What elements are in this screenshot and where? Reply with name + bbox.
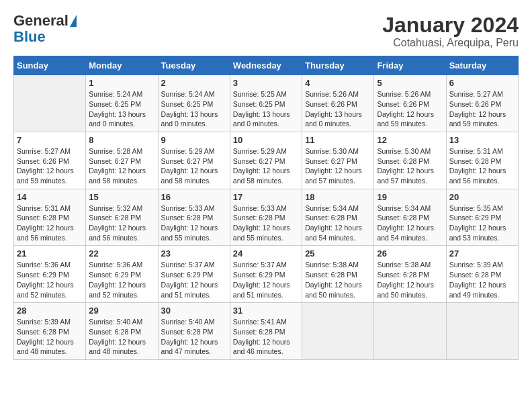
day-number: 11 xyxy=(305,135,371,145)
day-number: 1 xyxy=(89,78,154,88)
calendar-cell: 5Sunrise: 5:26 AM Sunset: 6:26 PM Daylig… xyxy=(374,75,446,132)
calendar-cell xyxy=(14,75,86,132)
day-number: 5 xyxy=(377,78,443,88)
day-number: 24 xyxy=(233,248,299,259)
day-number: 30 xyxy=(161,306,227,316)
day-number: 27 xyxy=(449,248,515,259)
logo-blue-text: Blue xyxy=(13,28,46,46)
calendar-header-row: SundayMondayTuesdayWednesdayThursdayFrid… xyxy=(14,56,519,75)
calendar-cell: 21Sunrise: 5:36 AM Sunset: 6:29 PM Dayli… xyxy=(14,246,86,303)
calendar-cell: 8Sunrise: 5:28 AM Sunset: 6:27 PM Daylig… xyxy=(86,132,158,189)
day-number: 13 xyxy=(449,135,515,145)
day-number: 17 xyxy=(233,192,299,202)
day-number: 25 xyxy=(305,248,371,259)
day-number: 8 xyxy=(89,135,154,145)
day-number: 20 xyxy=(449,192,515,202)
day-number: 28 xyxy=(17,306,83,316)
day-number: 4 xyxy=(305,78,371,88)
calendar-cell: 14Sunrise: 5:31 AM Sunset: 6:28 PM Dayli… xyxy=(14,189,86,246)
calendar-cell: 2Sunrise: 5:24 AM Sunset: 6:25 PM Daylig… xyxy=(158,75,230,132)
calendar-cell: 30Sunrise: 5:40 AM Sunset: 6:28 PM Dayli… xyxy=(158,303,230,360)
calendar-cell: 9Sunrise: 5:29 AM Sunset: 6:27 PM Daylig… xyxy=(158,132,230,189)
day-number: 21 xyxy=(17,248,83,259)
day-number: 31 xyxy=(233,306,299,316)
day-info: Sunrise: 5:33 AM Sunset: 6:28 PM Dayligh… xyxy=(161,203,227,243)
day-info: Sunrise: 5:30 AM Sunset: 6:27 PM Dayligh… xyxy=(305,146,371,186)
calendar-cell: 3Sunrise: 5:25 AM Sunset: 6:25 PM Daylig… xyxy=(230,75,302,132)
day-info: Sunrise: 5:37 AM Sunset: 6:29 PM Dayligh… xyxy=(233,260,299,300)
day-info: Sunrise: 5:30 AM Sunset: 6:28 PM Dayligh… xyxy=(377,146,443,186)
calendar-week-row: 7Sunrise: 5:27 AM Sunset: 6:26 PM Daylig… xyxy=(14,132,519,189)
day-number: 9 xyxy=(161,135,227,145)
calendar-cell: 31Sunrise: 5:41 AM Sunset: 6:28 PM Dayli… xyxy=(230,303,302,360)
calendar-week-row: 14Sunrise: 5:31 AM Sunset: 6:28 PM Dayli… xyxy=(14,189,519,246)
day-info: Sunrise: 5:24 AM Sunset: 6:25 PM Dayligh… xyxy=(161,89,227,129)
day-info: Sunrise: 5:36 AM Sunset: 6:29 PM Dayligh… xyxy=(17,260,83,300)
day-info: Sunrise: 5:29 AM Sunset: 6:27 PM Dayligh… xyxy=(161,146,227,186)
day-info: Sunrise: 5:35 AM Sunset: 6:29 PM Dayligh… xyxy=(449,203,515,243)
calendar-cell: 27Sunrise: 5:39 AM Sunset: 6:28 PM Dayli… xyxy=(446,246,518,303)
day-info: Sunrise: 5:36 AM Sunset: 6:29 PM Dayligh… xyxy=(89,260,154,300)
day-info: Sunrise: 5:25 AM Sunset: 6:25 PM Dayligh… xyxy=(233,89,299,129)
column-header-wednesday: Wednesday xyxy=(230,56,302,75)
calendar-week-row: 21Sunrise: 5:36 AM Sunset: 6:29 PM Dayli… xyxy=(14,246,519,303)
calendar-cell: 29Sunrise: 5:40 AM Sunset: 6:28 PM Dayli… xyxy=(86,303,158,360)
calendar-cell xyxy=(374,303,446,360)
calendar-cell: 10Sunrise: 5:29 AM Sunset: 6:27 PM Dayli… xyxy=(230,132,302,189)
day-info: Sunrise: 5:40 AM Sunset: 6:28 PM Dayligh… xyxy=(161,317,227,357)
calendar-cell: 1Sunrise: 5:24 AM Sunset: 6:25 PM Daylig… xyxy=(86,75,158,132)
day-number: 29 xyxy=(89,306,154,316)
calendar-cell xyxy=(446,303,518,360)
column-header-tuesday: Tuesday xyxy=(158,56,230,75)
day-info: Sunrise: 5:24 AM Sunset: 6:25 PM Dayligh… xyxy=(89,89,154,129)
day-info: Sunrise: 5:27 AM Sunset: 6:26 PM Dayligh… xyxy=(17,146,83,186)
calendar-cell: 11Sunrise: 5:30 AM Sunset: 6:27 PM Dayli… xyxy=(302,132,374,189)
calendar-cell: 26Sunrise: 5:38 AM Sunset: 6:28 PM Dayli… xyxy=(374,246,446,303)
calendar-week-row: 1Sunrise: 5:24 AM Sunset: 6:25 PM Daylig… xyxy=(14,75,519,132)
calendar-cell: 16Sunrise: 5:33 AM Sunset: 6:28 PM Dayli… xyxy=(158,189,230,246)
column-header-thursday: Thursday xyxy=(302,56,374,75)
calendar-cell: 23Sunrise: 5:37 AM Sunset: 6:29 PM Dayli… xyxy=(158,246,230,303)
day-info: Sunrise: 5:38 AM Sunset: 6:28 PM Dayligh… xyxy=(377,260,443,300)
calendar-cell: 15Sunrise: 5:32 AM Sunset: 6:28 PM Dayli… xyxy=(86,189,158,246)
day-info: Sunrise: 5:34 AM Sunset: 6:28 PM Dayligh… xyxy=(305,203,371,243)
calendar-cell: 6Sunrise: 5:27 AM Sunset: 6:26 PM Daylig… xyxy=(446,75,518,132)
day-number: 15 xyxy=(89,192,154,202)
calendar-cell: 24Sunrise: 5:37 AM Sunset: 6:29 PM Dayli… xyxy=(230,246,302,303)
day-info: Sunrise: 5:33 AM Sunset: 6:28 PM Dayligh… xyxy=(233,203,299,243)
day-number: 14 xyxy=(17,192,83,202)
day-info: Sunrise: 5:31 AM Sunset: 6:28 PM Dayligh… xyxy=(17,203,83,243)
day-number: 18 xyxy=(305,192,371,202)
day-info: Sunrise: 5:39 AM Sunset: 6:28 PM Dayligh… xyxy=(17,317,83,357)
calendar-cell xyxy=(302,303,374,360)
calendar-cell: 19Sunrise: 5:34 AM Sunset: 6:28 PM Dayli… xyxy=(374,189,446,246)
page-title: January 2024 xyxy=(382,13,519,37)
day-info: Sunrise: 5:31 AM Sunset: 6:28 PM Dayligh… xyxy=(449,146,515,186)
day-number: 19 xyxy=(377,192,443,202)
page-subtitle: Cotahuasi, Arequipa, Peru xyxy=(382,37,519,49)
day-number: 10 xyxy=(233,135,299,145)
day-info: Sunrise: 5:38 AM Sunset: 6:28 PM Dayligh… xyxy=(305,260,371,300)
day-number: 2 xyxy=(161,78,227,88)
day-number: 22 xyxy=(89,248,154,259)
day-info: Sunrise: 5:26 AM Sunset: 6:26 PM Dayligh… xyxy=(305,89,371,129)
logo-triangle-icon xyxy=(70,15,77,27)
day-number: 16 xyxy=(161,192,227,202)
day-number: 12 xyxy=(377,135,443,145)
calendar-cell: 7Sunrise: 5:27 AM Sunset: 6:26 PM Daylig… xyxy=(14,132,86,189)
calendar-cell: 4Sunrise: 5:26 AM Sunset: 6:26 PM Daylig… xyxy=(302,75,374,132)
day-number: 3 xyxy=(233,78,299,88)
day-info: Sunrise: 5:39 AM Sunset: 6:28 PM Dayligh… xyxy=(449,260,515,300)
day-info: Sunrise: 5:41 AM Sunset: 6:28 PM Dayligh… xyxy=(233,317,299,357)
calendar-cell: 17Sunrise: 5:33 AM Sunset: 6:28 PM Dayli… xyxy=(230,189,302,246)
day-info: Sunrise: 5:40 AM Sunset: 6:28 PM Dayligh… xyxy=(89,317,154,357)
column-header-friday: Friday xyxy=(374,56,446,75)
logo-general-text: General xyxy=(13,13,69,28)
calendar-cell: 18Sunrise: 5:34 AM Sunset: 6:28 PM Dayli… xyxy=(302,189,374,246)
day-info: Sunrise: 5:32 AM Sunset: 6:28 PM Dayligh… xyxy=(89,203,154,243)
calendar-cell: 13Sunrise: 5:31 AM Sunset: 6:28 PM Dayli… xyxy=(446,132,518,189)
day-info: Sunrise: 5:27 AM Sunset: 6:26 PM Dayligh… xyxy=(449,89,515,129)
calendar-table: SundayMondayTuesdayWednesdayThursdayFrid… xyxy=(13,56,519,360)
day-number: 26 xyxy=(377,248,443,259)
day-number: 7 xyxy=(17,135,83,145)
